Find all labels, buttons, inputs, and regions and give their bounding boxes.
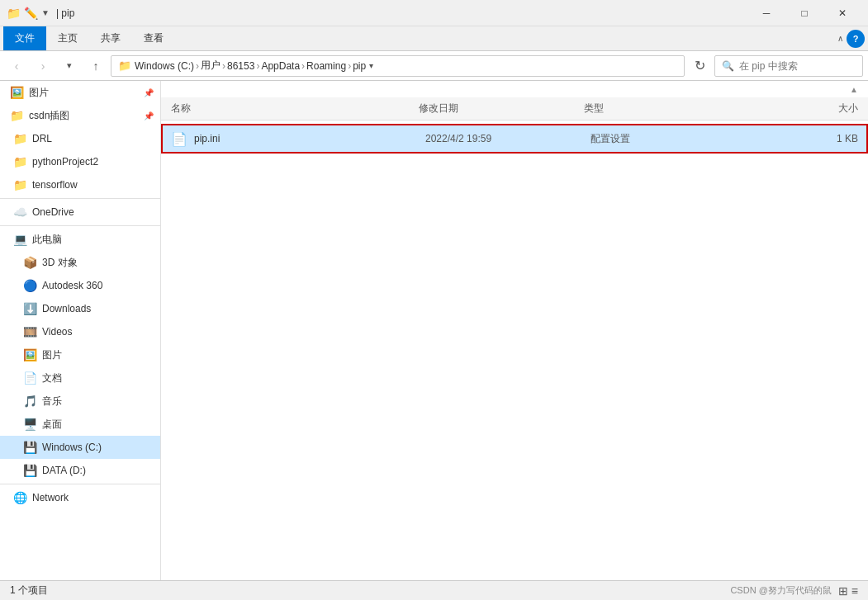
pin-icon: 📌 <box>144 88 154 97</box>
dropdown-recent-button[interactable]: ▾ <box>58 54 81 78</box>
folder-path-icon: 📁 <box>118 59 131 72</box>
address-bar: ‹ › ▾ ↑ 📁 Windows (C:) › 用户 › 86153 › Ap… <box>0 51 868 81</box>
tab-home[interactable]: 主页 <box>46 26 89 50</box>
sidebar-item-thispc[interactable]: 💻 此电脑 <box>0 228 160 251</box>
tab-share[interactable]: 共享 <box>89 26 132 50</box>
file-date-pip: 2022/4/2 19:59 <box>425 133 591 144</box>
sidebar-label-csdn: csdn插图 <box>29 109 69 123</box>
sidebar-label-downloads: Downloads <box>42 303 91 314</box>
sidebar-label-pictures-pinned: 图片 <box>29 86 49 100</box>
sidebar: 🖼️ 图片 📌 📁 csdn插图 📌 📁 DRL 📁 pythonProject… <box>0 81 161 580</box>
thispc-icon: 💻 <box>13 233 27 246</box>
sidebar-label-python: pythonProject2 <box>32 156 98 168</box>
maximize-button[interactable]: □ <box>785 0 823 26</box>
col-header-date[interactable]: 修改日期 <box>419 102 584 116</box>
ribbon: 文件 主页 共享 查看 ∧ ? <box>0 26 868 51</box>
sidebar-item-documents[interactable]: 📄 文档 <box>0 366 160 390</box>
divider-3 <box>0 484 160 484</box>
downloads-icon: ⬇️ <box>23 302 37 315</box>
sidebar-label-thispc: 此电脑 <box>32 233 62 247</box>
search-box[interactable]: 🔍 <box>714 55 863 77</box>
up-button[interactable]: ↑ <box>84 54 107 78</box>
back-button[interactable]: ‹ <box>5 54 28 78</box>
path-part-5: Roaming <box>306 60 346 72</box>
dropdown-arrow[interactable]: ▼ <box>41 8 50 17</box>
sidebar-item-music[interactable]: 🎵 音乐 <box>0 390 160 413</box>
onedrive-icon: ☁️ <box>13 206 27 219</box>
drl-icon: 📁 <box>13 132 27 145</box>
path-part-6: pip <box>353 60 366 72</box>
sidebar-label-videos: Videos <box>42 326 72 338</box>
sidebar-item-desktop[interactable]: 🖥️ 桌面 <box>0 413 160 436</box>
sidebar-item-videos[interactable]: 🎞️ Videos <box>0 320 160 343</box>
sidebar-item-pictures[interactable]: 🖼️ 图片 <box>0 343 160 366</box>
sidebar-item-network[interactable]: 🌐 Network <box>0 486 160 509</box>
file-size-pip: 1 KB <box>714 133 858 144</box>
sidebar-label-pictures: 图片 <box>42 348 62 362</box>
sidebar-label-drl: DRL <box>32 133 52 144</box>
file-type-pip: 配置设置 <box>591 132 714 146</box>
sidebar-label-network: Network <box>32 492 69 503</box>
refresh-button[interactable]: ↻ <box>688 54 711 78</box>
search-icon: 🔍 <box>722 60 734 72</box>
window-title: | pip <box>56 7 747 19</box>
sidebar-item-csdn[interactable]: 📁 csdn插图 📌 <box>0 104 160 127</box>
ribbon-collapse-icon[interactable]: ∧ <box>837 34 843 43</box>
3d-icon: 📦 <box>23 256 37 269</box>
tab-view[interactable]: 查看 <box>132 26 175 50</box>
col-header-name[interactable]: 名称 <box>171 102 419 116</box>
col-header-size[interactable]: 大小 <box>708 102 858 116</box>
sidebar-label-music: 音乐 <box>42 394 62 409</box>
tab-file[interactable]: 文件 <box>3 26 46 50</box>
sidebar-item-python[interactable]: 📁 pythonProject2 <box>0 150 160 173</box>
folder-icon: 📁 <box>7 7 21 20</box>
status-count: 1 个项目 <box>10 583 730 598</box>
sidebar-item-pictures-pinned[interactable]: 🖼️ 图片 📌 <box>0 81 160 104</box>
sidebar-item-windows-c[interactable]: 💾 Windows (C:) <box>0 436 160 459</box>
address-path[interactable]: 📁 Windows (C:) › 用户 › 86153 › AppData › … <box>111 55 685 77</box>
documents-icon: 📄 <box>23 371 37 385</box>
sidebar-item-3d[interactable]: 📦 3D 对象 <box>0 251 160 274</box>
ribbon-tabs: 文件 主页 共享 查看 ∧ ? <box>0 26 868 50</box>
status-bar: 1 个项目 CSDN @努力写代码的鼠 ⊞ ≡ <box>0 580 868 600</box>
title-bar: 📁 ✏️ ▼ | pip ─ □ ✕ <box>0 0 868 26</box>
csdn-icon: 📁 <box>10 109 24 122</box>
sidebar-label-3d: 3D 对象 <box>42 256 78 270</box>
sort-indicator: ▲ <box>850 85 858 94</box>
sidebar-item-autodesk[interactable]: 🔵 Autodesk 360 <box>0 274 160 297</box>
path-part-4: AppData <box>261 60 300 72</box>
sidebar-item-tensorflow[interactable]: 📁 tensorflow <box>0 173 160 196</box>
desktop-icon: 🖥️ <box>23 418 37 431</box>
drive-d-icon: 💾 <box>23 464 37 477</box>
drive-c-icon: 💾 <box>23 441 37 454</box>
sidebar-item-drl[interactable]: 📁 DRL <box>0 127 160 150</box>
sidebar-item-onedrive[interactable]: ☁️ OneDrive <box>0 201 160 224</box>
watermark-text: CSDN @努力写代码的鼠 <box>730 584 831 597</box>
autodesk-icon: 🔵 <box>23 279 37 292</box>
help-button[interactable]: ? <box>847 30 865 48</box>
title-icons: 📁 ✏️ ▼ <box>7 7 50 20</box>
sidebar-item-data-d[interactable]: 💾 DATA (D:) <box>0 459 160 482</box>
ribbon-help: ∧ ? <box>837 30 865 48</box>
view-grid-icon[interactable]: ⊞ <box>838 584 848 598</box>
network-icon: 🌐 <box>13 491 27 504</box>
file-item-pip-ini[interactable]: 📄 pip.ini 2022/4/2 19:59 配置设置 1 KB <box>161 124 868 154</box>
address-dropdown-icon[interactable]: ▾ <box>369 61 373 70</box>
file-icon-pip: 📄 <box>171 131 187 147</box>
forward-button[interactable]: › <box>31 54 55 78</box>
close-button[interactable]: ✕ <box>823 0 861 26</box>
minimize-button[interactable]: ─ <box>747 0 785 26</box>
col-header-type[interactable]: 类型 <box>584 102 708 116</box>
search-input[interactable] <box>739 60 856 72</box>
path-part-3: 86153 <box>227 60 254 72</box>
divider-1 <box>0 198 160 199</box>
edit-icon: ✏️ <box>24 7 38 20</box>
view-list-icon[interactable]: ≡ <box>851 584 858 598</box>
sidebar-item-downloads[interactable]: ⬇️ Downloads <box>0 297 160 320</box>
sidebar-scroll-area: 🖼️ 图片 📌 📁 csdn插图 📌 📁 DRL 📁 pythonProject… <box>0 81 160 580</box>
file-list: 📄 pip.ini 2022/4/2 19:59 配置设置 1 KB <box>161 120 868 580</box>
path-part-2: 用户 <box>201 59 221 73</box>
sidebar-label-onedrive: OneDrive <box>32 206 74 218</box>
videos-icon: 🎞️ <box>23 325 37 338</box>
window-controls: ─ □ ✕ <box>747 0 861 26</box>
